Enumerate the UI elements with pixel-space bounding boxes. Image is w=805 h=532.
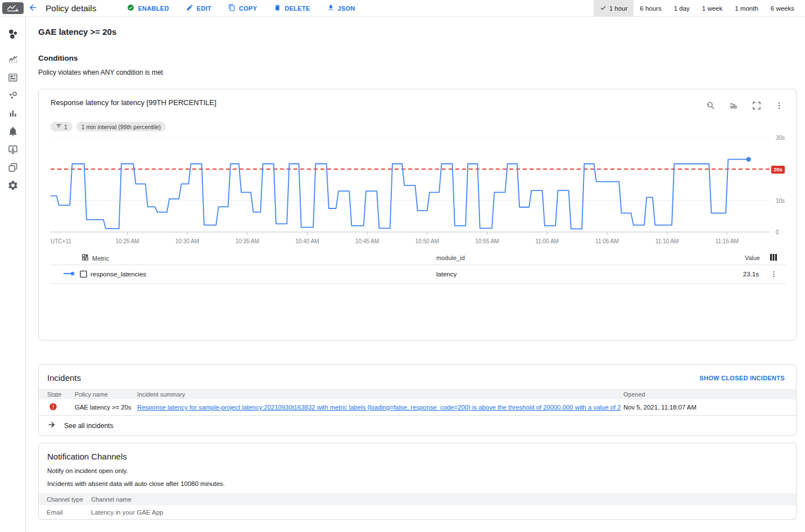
fullscreen-button[interactable] [749,98,764,115]
channel-name-value: Latency in your GAE App [91,509,164,516]
back-button[interactable] [26,1,40,16]
copy-button[interactable]: COPY [228,4,257,12]
top-app-bar: Policy details ENABLED EDIT COPY DELETE [0,0,805,17]
enabled-status-button[interactable]: ENABLED [127,4,169,12]
chart-more-options-button[interactable] [772,99,786,114]
time-range-1-month[interactable]: 1 month [729,1,765,16]
condition-chart-card: Response latency for latency [99TH PERCE… [38,89,797,340]
legend-metric-value: response_latencies [91,271,146,278]
time-range-1-day[interactable]: 1 day [668,1,696,16]
uptime-monitor-icon [7,144,19,157]
x-axis-tick-label: 11:15 AM [715,238,739,244]
chart-legend-table: Metric module_id Value response_latencie… [51,251,786,284]
line-chart-icon [7,54,19,67]
y-axis-tick-label: 30s [776,135,785,141]
sidebar-item-alerting[interactable] [3,123,23,141]
sidebar-item-services[interactable] [3,87,23,105]
channel-name-header: Channel name [91,496,132,503]
channels-note-2: Incidents with absent data will auto clo… [47,480,788,487]
legend-module-header: module_id [436,254,465,261]
x-axis-tick-label: 10:25 AM [115,238,139,244]
x-axis-tick-label: 10:35 AM [236,238,259,244]
legend-header-row: Metric module_id Value [51,251,786,265]
incidents-title: Incidents [47,373,81,383]
time-range-6-hours[interactable]: 6 hours [634,1,667,16]
chart-plot-area[interactable] [51,138,770,235]
x-axis-tick-label: 10:45 AM [355,238,379,244]
delete-button[interactable]: DELETE [274,4,310,12]
bell-icon [7,126,19,139]
zoom-reset-button[interactable] [703,98,718,115]
legend-module-value: latency [436,271,456,278]
legend-metric-header: Metric [92,254,109,261]
trash-icon [274,4,281,12]
latency-chart[interactable]: UTC+1110:25 AM10:30 AM10:35 AM10:40 AM10… [51,138,770,246]
page-title: Policy details [46,3,96,13]
arrow-back-icon [28,3,38,14]
sidebar-item-settings[interactable] [3,177,23,195]
sidebar-nav [0,17,26,532]
legend-value-header: Value [745,254,760,261]
time-range-6-weeks[interactable]: 6 weeks [765,1,801,16]
time-range-1-hour[interactable]: 1 hour [594,0,634,17]
sidebar-item-metrics[interactable] [3,105,23,123]
x-axis-tick-label: 10:30 AM [175,238,199,244]
legend-row-menu-button[interactable] [767,268,780,281]
json-download-button[interactable]: JSON [327,4,355,12]
conditions-subtext: Policy violates when ANY condition is me… [38,69,797,76]
incidents-summary-header: Incident summary [137,391,185,398]
pencil-icon [186,4,193,12]
series-checkbox[interactable] [80,271,87,278]
sidebar-item-uptime-checks[interactable] [3,141,23,159]
time-range-selector: 1 hour 6 hours 1 day 1 week 1 month 6 we… [594,0,801,17]
wave-lines-icon [729,101,739,112]
grid-check-icon [82,254,89,262]
channel-row: Email Latency in your GAE App [39,505,796,519]
sidebar-item-dashboards[interactable] [3,69,23,87]
x-axis-tick-label: 11:10 AM [655,238,679,244]
hexagon-cluster-icon [7,28,19,42]
channels-header-row: Channel type Channel name [39,493,796,505]
legend-row-response-latencies[interactable]: response_latencies latency 23.1s [51,265,786,284]
columns-icon[interactable] [770,254,777,262]
incident-opened-time: Nov 5, 2021, 11:18:07 AM [623,404,697,411]
copy-icon [228,4,236,12]
fullscreen-icon [752,101,762,112]
x-axis-tick-label: 11:00 AM [535,238,559,244]
channels-note-1: Notify on incident open only. [47,467,788,474]
threshold-lines-button[interactable] [726,98,741,115]
series-line-marker [64,271,75,278]
sidebar-item-overview[interactable] [3,26,23,44]
sidebar-item-metrics-explorer[interactable] [3,51,23,69]
check-icon [600,4,607,12]
x-axis-utc-label: UTC+11 [51,238,71,244]
incident-row: GAE latency >= 20s Response latency for … [39,399,796,416]
gear-icon [7,180,19,193]
incident-summary-link[interactable]: Response latency for sample-project late… [137,404,621,411]
time-range-1-week[interactable]: 1 week [696,1,729,16]
legend-latest-value: 23.1s [743,271,759,278]
x-axis-labels: UTC+1110:25 AM10:30 AM10:35 AM10:40 AM10… [51,238,770,246]
policy-title: GAE latency >= 20s [38,27,797,37]
x-axis-tick-label: 10:55 AM [475,238,499,244]
sidebar-item-groups[interactable] [3,159,23,177]
channels-title: Notification Channels [47,452,788,461]
threshold-badge: 20s [771,166,785,174]
incidents-policy-header: Policy name [75,391,108,398]
chart-title: Response latency for latency [99TH PERCE… [51,98,216,107]
x-axis-tick-label: 11:05 AM [595,238,619,244]
monitoring-logo-icon[interactable] [2,2,24,14]
incidents-card: Incidents SHOW CLOSED INCIDENTS State Po… [38,364,797,436]
copy-stack-icon [7,162,19,175]
channel-type-header: Channel type [47,496,83,503]
see-all-incidents-link[interactable]: See all incidents [39,416,796,435]
funnel-icon [56,123,62,130]
show-closed-incidents-button[interactable]: SHOW CLOSED INCIDENTS [699,375,785,381]
edit-button[interactable]: EDIT [186,4,211,12]
interval-chip[interactable]: 1 min interval (99th percentile) [76,122,166,131]
dashboard-icon [7,72,19,85]
incident-policy-name: GAE latency >= 20s [75,404,131,411]
magnifier-icon [705,101,716,112]
filter-chip[interactable]: 1 [51,122,73,131]
conditions-heading: Conditions [38,54,797,62]
